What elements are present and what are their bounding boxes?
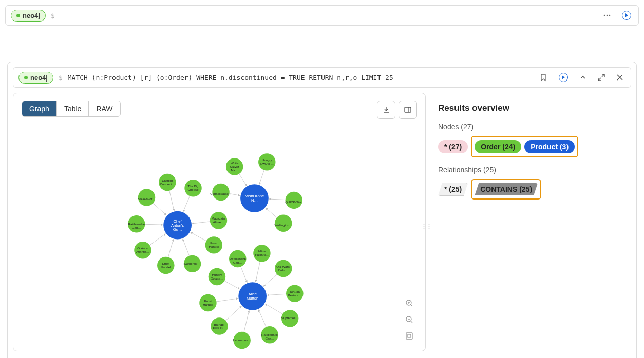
results-overview-panel: ⋮⋮ Results overview Nodes (27) * (27) Or… [426, 93, 631, 351]
order-node[interactable]: QUICK-Stop [285, 192, 302, 209]
db-name: neo4j [23, 12, 40, 19]
svg-line-30 [244, 311, 249, 332]
order-node[interactable]: The BigCheese [184, 180, 201, 196]
order-node[interactable]: EasternConnect… [159, 174, 176, 191]
order-node[interactable]: Lehmanns… [233, 332, 251, 349]
svg-text:Handel: Handel [209, 245, 219, 248]
panel-toggle-button[interactable] [399, 101, 417, 119]
tab-raw[interactable]: RAW [88, 101, 120, 116]
db-badge[interactable]: neo4j [11, 10, 46, 22]
order-node[interactable]: HungryOwl All-… [258, 153, 275, 170]
pill-all-rel[interactable]: * (25) [438, 183, 468, 196]
tab-table[interactable]: Table [56, 101, 88, 116]
svg-line-9 [169, 191, 174, 211]
bookmark-button[interactable] [537, 71, 550, 84]
svg-text:Save-a-lot…: Save-a-lot… [138, 197, 156, 201]
svg-text:Restaur…: Restaur… [288, 293, 301, 297]
zoom-fit-button[interactable] [402, 328, 417, 344]
order-node[interactable]: Save-a-lot… [138, 189, 156, 206]
svg-line-14 [168, 240, 173, 257]
order-node[interactable]: Wellington… [275, 215, 292, 232]
svg-text:Ma…: Ma… [231, 168, 238, 172]
order-node[interactable]: ErnstHandel [199, 294, 216, 311]
card-header: neo4j $ MATCH (n:Product)-[r]-(o:Order) … [13, 67, 631, 88]
order-node[interactable]: MagazziniAlime… [210, 212, 227, 229]
svg-text:Suprêmes…: Suprêmes… [281, 316, 299, 320]
rel-label: Relationships (25) [438, 166, 619, 174]
order-node[interactable]: HungryCoyote… [209, 268, 225, 285]
svg-text:Connect…: Connect… [160, 182, 175, 186]
drag-handle-icon[interactable]: ⋮⋮ [421, 222, 431, 230]
svg-text:Rattlesnake: Rattlesnake [230, 257, 247, 261]
svg-text:Handel: Handel [203, 303, 213, 306]
product-node[interactable]: ChefAnton'sGu… [163, 211, 192, 240]
svg-line-21 [269, 199, 285, 200]
zoom-out-button[interactable] [402, 312, 417, 327]
svg-text:Rattlesnake: Rattlesnake [261, 333, 278, 336]
order-node[interactable]: ErnstHandel [205, 236, 222, 253]
svg-line-13 [150, 234, 166, 245]
order-node[interactable]: OcéanoAtlántic… [134, 242, 151, 258]
svg-text:Gu…: Gu… [173, 227, 182, 232]
svg-text:Mère: Mère [258, 249, 266, 253]
play-icon [622, 11, 631, 20]
svg-text:Can…: Can… [266, 336, 274, 340]
order-node[interactable]: Suprêmes… [281, 310, 299, 327]
order-node[interactable]: RattlesnakeCan… [261, 326, 278, 343]
zoom-in-button[interactable] [402, 295, 417, 311]
svg-text:Atlántic…: Atlántic… [136, 250, 149, 253]
pill-product[interactable]: Product (3) [524, 140, 575, 153]
svg-line-26 [263, 274, 277, 286]
pill-all-nodes[interactable]: * (27) [438, 140, 468, 153]
db-badge-inner[interactable]: neo4j [18, 72, 53, 84]
order-node[interactable]: ErnstHandel [157, 257, 174, 274]
pill-contains[interactable]: CONTAINS (25) [475, 183, 538, 195]
svg-text:QUICK-Stop: QUICK-Stop [285, 200, 302, 204]
order-node[interactable]: Blondelpère et… [211, 317, 228, 334]
svg-text:Coyote…: Coyote… [211, 276, 223, 280]
run-query-button[interactable] [620, 9, 633, 22]
expand-button[interactable] [596, 72, 607, 83]
svg-line-32 [216, 299, 238, 302]
play-icon [559, 73, 568, 82]
svg-text:The Big: The Big [188, 184, 199, 188]
view-tabs: Graph Table RAW [22, 101, 121, 117]
svg-line-20 [259, 170, 264, 185]
order-node[interactable]: Comércio… [184, 255, 201, 272]
order-node[interactable]: RattlesnakeCan… [128, 215, 145, 232]
rerun-button[interactable] [557, 71, 570, 84]
result-card: neo4j $ MATCH (n:Product)-[r]-(o:Order) … [7, 62, 637, 358]
db-name-inner: neo4j [30, 74, 48, 82]
svg-point-0 [604, 15, 605, 16]
svg-rect-8 [408, 334, 411, 337]
svg-text:Old World: Old World [276, 265, 290, 268]
svg-text:Can…: Can… [132, 226, 141, 229]
svg-line-11 [153, 203, 166, 215]
order-node[interactable]: MèrePaillard… [253, 245, 270, 262]
tab-graph[interactable]: Graph [22, 101, 56, 116]
svg-text:Mutton: Mutton [247, 296, 258, 301]
svg-line-19 [239, 174, 247, 186]
svg-text:Hungry: Hungry [262, 158, 273, 162]
svg-line-24 [241, 267, 247, 283]
status-dot-icon [16, 14, 20, 17]
order-node[interactable]: RattlesnakeCan… [229, 250, 246, 267]
pill-order[interactable]: Order (24) [475, 140, 521, 153]
order-node[interactable]: WhiteCloverMa… [226, 158, 243, 175]
product-node[interactable]: AliceMutton [238, 282, 267, 310]
svg-text:Ernst: Ernst [162, 262, 169, 265]
order-node[interactable]: TortugaRestaur… [286, 285, 303, 302]
download-button[interactable] [377, 101, 395, 119]
close-button[interactable] [614, 72, 626, 83]
graph-panel[interactable]: Graph Table RAW EasternConnect…The BigCh… [13, 93, 426, 351]
svg-text:père et…: père et… [213, 326, 225, 329]
svg-text:Lehmanns…: Lehmanns… [233, 338, 251, 342]
order-node[interactable]: Old WorldDelic… [275, 260, 292, 277]
more-options-button[interactable] [600, 9, 614, 22]
order-node[interactable]: Consolidated… [210, 184, 232, 201]
product-node[interactable]: Mishi KobeN… [240, 184, 269, 212]
collapse-button[interactable] [577, 72, 589, 83]
nodes-label: Nodes (27) [438, 123, 619, 131]
svg-text:Owl All-…: Owl All-… [260, 162, 274, 165]
svg-line-25 [256, 262, 260, 282]
